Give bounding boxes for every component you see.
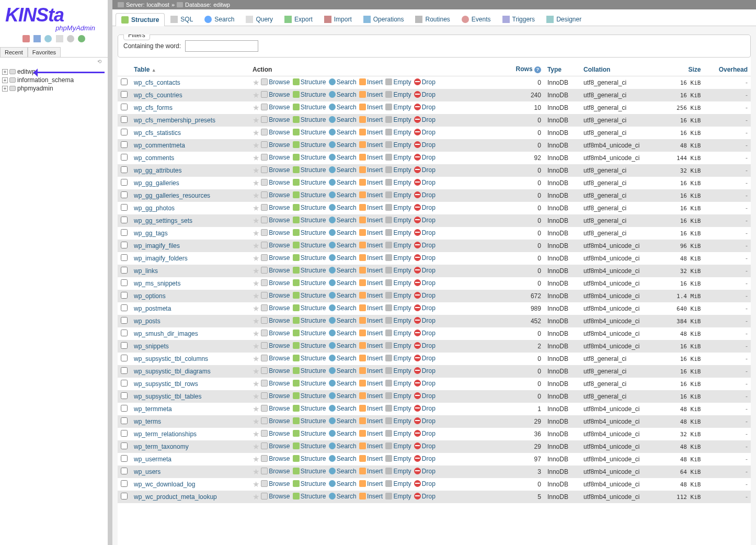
action-insert[interactable]: Insert	[359, 392, 383, 400]
action-empty[interactable]: Empty	[385, 355, 411, 362]
action-drop[interactable]: Drop	[414, 455, 436, 462]
table-name-link[interactable]: wp_comments	[134, 154, 174, 162]
action-drop[interactable]: Drop	[414, 91, 436, 98]
action-browse[interactable]: Browse	[261, 330, 290, 337]
row-checkbox[interactable]	[121, 267, 128, 274]
action-browse[interactable]: Browse	[261, 442, 290, 450]
action-empty[interactable]: Empty	[385, 78, 411, 86]
action-drop[interactable]: Drop	[414, 154, 436, 161]
row-checkbox[interactable]	[121, 279, 128, 286]
action-empty[interactable]: Empty	[385, 455, 411, 462]
action-browse[interactable]: Browse	[261, 493, 290, 500]
action-structure[interactable]: Structure	[293, 166, 326, 174]
tab-favorites[interactable]: Favorites	[28, 47, 61, 57]
table-name-link[interactable]: wp_snippets	[134, 343, 169, 350]
action-structure[interactable]: Structure	[293, 342, 326, 349]
action-browse[interactable]: Browse	[261, 304, 290, 312]
action-empty[interactable]: Empty	[385, 104, 411, 111]
action-insert[interactable]: Insert	[359, 355, 383, 362]
col-size[interactable]: Size	[663, 63, 704, 76]
action-insert[interactable]: Insert	[359, 330, 383, 337]
table-name-link[interactable]: wp_termmeta	[134, 405, 172, 413]
action-drop[interactable]: Drop	[414, 217, 436, 224]
action-structure[interactable]: Structure	[293, 141, 326, 149]
row-checkbox[interactable]	[121, 204, 128, 211]
action-insert[interactable]: Insert	[359, 493, 383, 500]
action-empty[interactable]: Empty	[385, 380, 411, 387]
favorite-star-icon[interactable]: ★	[253, 329, 259, 338]
favorite-star-icon[interactable]: ★	[253, 178, 259, 187]
action-browse[interactable]: Browse	[261, 417, 290, 425]
favorite-star-icon[interactable]: ★	[253, 90, 259, 99]
action-structure[interactable]: Structure	[293, 442, 326, 450]
action-search[interactable]: Search	[329, 242, 357, 249]
action-drop[interactable]: Drop	[414, 392, 436, 400]
action-drop[interactable]: Drop	[414, 129, 436, 136]
row-checkbox[interactable]	[121, 493, 128, 499]
action-structure[interactable]: Structure	[293, 367, 326, 374]
action-drop[interactable]: Drop	[414, 468, 436, 475]
action-structure[interactable]: Structure	[293, 317, 326, 324]
action-insert[interactable]: Insert	[359, 179, 383, 186]
filters-input[interactable]	[185, 40, 258, 52]
favorite-star-icon[interactable]: ★	[253, 291, 259, 300]
tab-search[interactable]: Search	[199, 13, 240, 26]
action-empty[interactable]: Empty	[385, 330, 411, 337]
row-checkbox[interactable]	[121, 166, 128, 173]
action-empty[interactable]: Empty	[385, 267, 411, 274]
action-browse[interactable]: Browse	[261, 141, 290, 149]
action-insert[interactable]: Insert	[359, 417, 383, 425]
row-checkbox[interactable]	[121, 141, 128, 148]
action-browse[interactable]: Browse	[261, 191, 290, 199]
action-structure[interactable]: Structure	[293, 254, 326, 262]
action-search[interactable]: Search	[329, 355, 357, 362]
action-empty[interactable]: Empty	[385, 91, 411, 98]
action-search[interactable]: Search	[329, 430, 357, 437]
action-drop[interactable]: Drop	[414, 317, 436, 324]
favorite-star-icon[interactable]: ★	[253, 229, 259, 237]
action-search[interactable]: Search	[329, 342, 357, 349]
action-empty[interactable]: Empty	[385, 442, 411, 450]
action-structure[interactable]: Structure	[293, 480, 326, 487]
action-search[interactable]: Search	[329, 392, 357, 400]
table-name-link[interactable]: wp_smush_dir_images	[134, 330, 198, 337]
action-drop[interactable]: Drop	[414, 430, 436, 437]
action-search[interactable]: Search	[329, 166, 357, 174]
table-name-link[interactable]: wp_gg_tags	[134, 230, 168, 237]
navi-settings-icon[interactable]	[56, 35, 63, 42]
row-checkbox[interactable]	[121, 355, 128, 361]
action-empty[interactable]: Empty	[385, 179, 411, 186]
favorite-star-icon[interactable]: ★	[253, 203, 259, 212]
action-search[interactable]: Search	[329, 116, 357, 123]
action-insert[interactable]: Insert	[359, 91, 383, 98]
row-checkbox[interactable]	[121, 417, 128, 424]
action-empty[interactable]: Empty	[385, 430, 411, 437]
col-rows[interactable]: Rows ?	[502, 63, 544, 76]
action-insert[interactable]: Insert	[359, 468, 383, 475]
action-browse[interactable]: Browse	[261, 179, 290, 186]
favorite-star-icon[interactable]: ★	[253, 417, 259, 426]
col-table[interactable]: Table ▲	[131, 63, 249, 76]
action-drop[interactable]: Drop	[414, 254, 436, 262]
tab-routines[interactable]: Routines	[409, 13, 455, 26]
action-browse[interactable]: Browse	[261, 116, 290, 123]
col-overhead[interactable]: Overhead	[704, 63, 751, 76]
tab-structure[interactable]: Structure	[116, 13, 165, 26]
action-structure[interactable]: Structure	[293, 129, 326, 136]
action-structure[interactable]: Structure	[293, 267, 326, 274]
action-structure[interactable]: Structure	[293, 417, 326, 425]
favorite-star-icon[interactable]: ★	[253, 316, 259, 325]
row-checkbox[interactable]	[121, 91, 128, 98]
tab-designer[interactable]: Designer	[541, 13, 587, 26]
action-search[interactable]: Search	[329, 480, 357, 487]
action-structure[interactable]: Structure	[293, 292, 326, 299]
action-drop[interactable]: Drop	[414, 304, 436, 312]
action-structure[interactable]: Structure	[293, 242, 326, 249]
action-search[interactable]: Search	[329, 78, 357, 86]
table-name-link[interactable]: wp_ms_snippets	[134, 280, 180, 287]
table-name-link[interactable]: wp_terms	[134, 418, 161, 425]
action-structure[interactable]: Structure	[293, 430, 326, 437]
favorite-star-icon[interactable]: ★	[253, 241, 259, 250]
action-insert[interactable]: Insert	[359, 141, 383, 149]
table-name-link[interactable]: wp_cfs_contacts	[134, 79, 180, 86]
